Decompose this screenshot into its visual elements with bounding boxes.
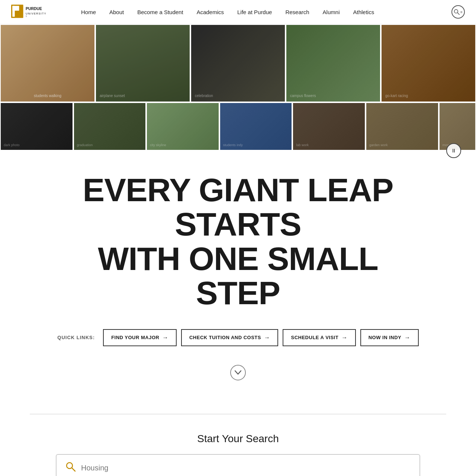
- nav-alumni[interactable]: Alumni: [316, 9, 347, 15]
- svg-line-7: [457, 13, 459, 15]
- photo-cell-8: city skyline: [146, 102, 219, 151]
- nav-home[interactable]: Home: [74, 9, 103, 15]
- photo-grid-bottom: dark photo graduation city skyline stude…: [0, 102, 476, 151]
- photo-cell-2: airplane sunset: [95, 24, 190, 102]
- nav-life-at-purdue[interactable]: Life at Purdue: [231, 9, 279, 15]
- chevron-down-icon: [230, 365, 246, 380]
- navigation: PURDUE UNIVERSITY ® Home About Become a …: [0, 0, 476, 24]
- hero-heading: EVERY GIANT LEAP STARTS WITH ONE SMALL S…: [56, 173, 420, 311]
- now-in-indy-arrow-icon: →: [404, 334, 411, 341]
- photo-cell-11: garden work: [366, 102, 439, 151]
- photo-cell-4: campus flowers: [286, 24, 381, 102]
- nav-research[interactable]: Research: [279, 9, 316, 15]
- nav-athletics[interactable]: Athletics: [346, 9, 381, 15]
- check-tuition-button[interactable]: CHECK TUITION AND COSTS →: [181, 329, 279, 346]
- svg-text:PURDUE: PURDUE: [26, 7, 42, 11]
- search-heading: Start Your Search: [30, 433, 446, 445]
- find-your-major-button[interactable]: FIND YOUR MAJOR →: [103, 329, 177, 346]
- photo-cell-12: more: [439, 102, 476, 151]
- search-section: Start Your Search MOST POPULAR SEARCHES:…: [0, 433, 476, 476]
- photo-cell-10: lab work: [292, 102, 366, 151]
- nav-links: Home About Become a Student Academics Li…: [74, 9, 451, 15]
- photo-cell-3: celebration: [190, 24, 286, 102]
- schedule-visit-arrow-icon: →: [341, 334, 348, 341]
- svg-text:®: ®: [26, 15, 27, 17]
- photo-cell-6: dark photo: [0, 102, 73, 151]
- now-in-indy-label: NOW IN INDY: [369, 335, 402, 340]
- photo-grid-top: students walking airplane sunset celebra…: [0, 24, 476, 102]
- search-input[interactable]: [81, 464, 411, 472]
- now-in-indy-button[interactable]: NOW IN INDY →: [360, 329, 419, 346]
- pause-button[interactable]: ⏸: [446, 143, 461, 158]
- svg-line-9: [72, 468, 75, 471]
- svg-point-6: [454, 10, 458, 13]
- svg-text:UNIVERSITY: UNIVERSITY: [26, 12, 46, 15]
- logo[interactable]: PURDUE UNIVERSITY ®: [11, 3, 60, 21]
- check-tuition-label: CHECK TUITION AND COSTS: [189, 335, 261, 340]
- photo-cell-1: students walking: [0, 24, 95, 102]
- nav-academics[interactable]: Academics: [190, 9, 231, 15]
- svg-point-8: [67, 463, 73, 469]
- search-box: [56, 454, 420, 476]
- nav-about[interactable]: About: [103, 9, 131, 15]
- nav-become-student[interactable]: Become a Student: [131, 9, 190, 15]
- quick-links: QUICK LINKS: FIND YOUR MAJOR → CHECK TUI…: [30, 329, 446, 346]
- schedule-visit-label: SCHEDULE A VISIT: [291, 335, 338, 340]
- section-divider: [30, 414, 446, 414]
- photo-cell-9: students indy: [219, 102, 293, 151]
- find-your-major-label: FIND YOUR MAJOR: [111, 335, 159, 340]
- hero-section: ⏸ EVERY GIANT LEAP STARTS WITH ONE SMALL…: [0, 151, 476, 406]
- scroll-down-button[interactable]: [30, 365, 446, 380]
- nav-search-icon[interactable]: ≡: [451, 5, 465, 19]
- find-major-arrow-icon: →: [162, 334, 168, 341]
- check-tuition-arrow-icon: →: [264, 334, 270, 341]
- schedule-visit-button[interactable]: SCHEDULE A VISIT →: [283, 329, 356, 346]
- search-icon: [65, 461, 76, 475]
- quick-links-label: QUICK LINKS:: [57, 335, 95, 340]
- photo-cell-5: go-kart racing: [381, 24, 476, 102]
- svg-rect-2: [12, 6, 15, 17]
- photo-cell-7: graduation: [73, 102, 147, 151]
